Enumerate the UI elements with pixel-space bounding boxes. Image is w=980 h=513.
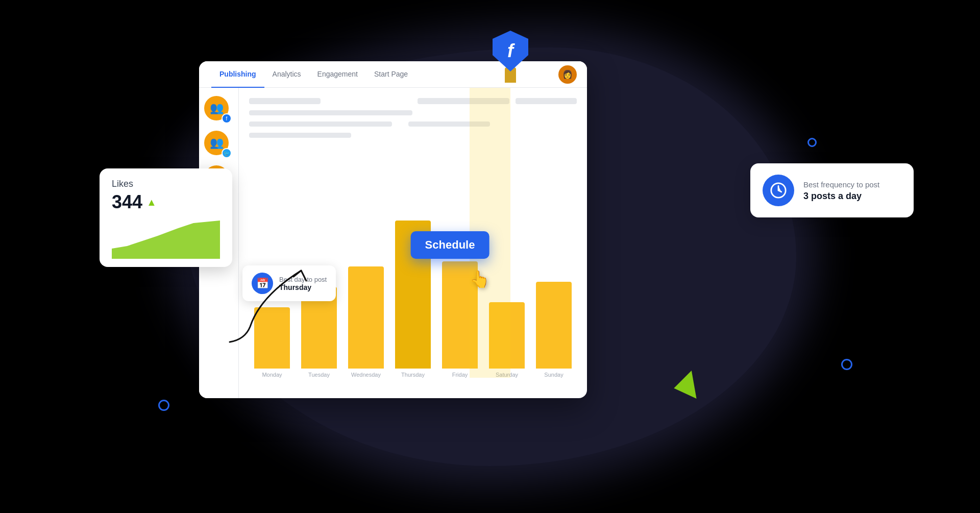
svg-marker-0	[112, 221, 220, 259]
dashboard-card: Publishing Analytics Engagement Start Pa…	[199, 61, 587, 398]
bar-saturday-label: Saturday	[496, 372, 518, 378]
best-day-value: Thursday	[279, 283, 327, 291]
tab-analytics[interactable]: Analytics	[264, 61, 309, 88]
facebook-badge: f	[222, 113, 232, 124]
skeleton-6	[408, 121, 490, 127]
likes-chart	[112, 218, 220, 259]
likes-value-row: 344 ▲	[112, 191, 220, 213]
bar-monday-bar	[254, 307, 290, 369]
facebook-letter: f	[507, 40, 513, 62]
skeleton-row-4	[249, 133, 577, 138]
bar-sunday-bar	[536, 282, 572, 369]
best-day-info: Best day to post Thursday	[279, 276, 327, 291]
likes-number: 344	[112, 191, 142, 213]
avatar: 👩	[558, 65, 577, 84]
likes-label: Likes	[112, 179, 220, 189]
bar-wednesday: Wednesday	[348, 266, 384, 378]
skeleton-1	[249, 98, 321, 104]
schedule-button-label: Schedule	[425, 238, 475, 251]
best-day-label: Best day to post	[279, 276, 327, 283]
bar-friday-label: Friday	[452, 372, 468, 378]
skeleton-3	[516, 98, 577, 104]
frequency-value: 3 posts a day	[803, 191, 879, 202]
facebook-shield: f	[493, 31, 528, 71]
frequency-text: Best frequency to post 3 posts a day	[803, 179, 879, 202]
cursor-hand-icon: 👆	[470, 270, 490, 289]
skeleton-row-2	[249, 110, 577, 115]
schedule-button[interactable]: Schedule	[411, 231, 489, 259]
frequency-card: Best frequency to post 3 posts a day	[750, 163, 914, 217]
nav-bar: Publishing Analytics Engagement Start Pa…	[199, 61, 587, 88]
bar-saturday-bar	[489, 302, 525, 369]
sidebar-item-twitter[interactable]: 👥 🐦	[204, 131, 231, 157]
skeleton-row-3	[249, 121, 577, 127]
bar-wednesday-label: Wednesday	[351, 372, 381, 378]
likes-card: Likes 344 ▲	[100, 168, 232, 267]
tab-publishing[interactable]: Publishing	[211, 61, 264, 88]
skeleton-row-1	[249, 98, 577, 104]
shield-shape: f	[493, 31, 528, 71]
likes-trend-icon: ▲	[146, 197, 157, 208]
twitter-badge: 🐦	[222, 148, 232, 158]
skeleton-5	[249, 121, 392, 127]
calendar-icon: 📅	[252, 273, 273, 294]
skeleton-2	[418, 98, 509, 104]
deco-circle-1	[807, 138, 817, 147]
deco-circle-2	[841, 359, 852, 370]
frequency-label: Best frequency to post	[803, 179, 879, 190]
sidebar-item-facebook[interactable]: 👥 f	[204, 96, 231, 123]
bar-wednesday-bar	[348, 266, 384, 369]
bar-monday: Monday	[254, 307, 290, 378]
skeleton-7	[249, 133, 351, 138]
bar-monday-label: Monday	[262, 372, 282, 378]
skeleton-4	[249, 110, 412, 115]
likes-chart-svg	[112, 218, 220, 259]
bar-saturday: Saturday	[489, 302, 525, 378]
clock-svg	[770, 182, 787, 199]
bar-sunday-label: Sunday	[544, 372, 563, 378]
tab-engagement[interactable]: Engagement	[309, 61, 366, 88]
bar-thursday-label: Thursday	[401, 372, 425, 378]
deco-circle-3	[158, 400, 169, 411]
bar-sunday: Sunday	[536, 282, 572, 378]
tab-start-page[interactable]: Start Page	[366, 61, 416, 88]
bar-tuesday-label: Tuesday	[308, 372, 330, 378]
clock-icon	[763, 175, 794, 206]
best-day-card: 📅 Best day to post Thursday	[242, 265, 336, 301]
